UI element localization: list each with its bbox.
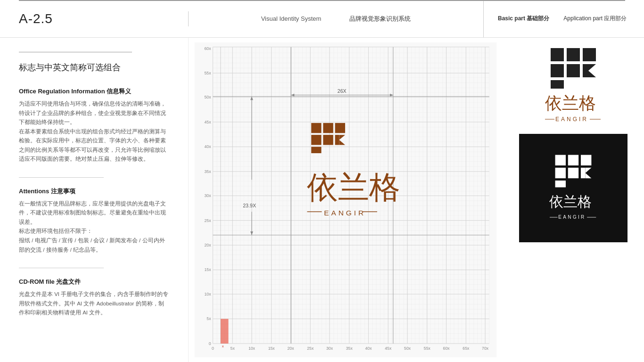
right-panel: 依兰格 EANGIR 依兰格 EANGIR <box>503 38 644 362</box>
svg-rect-232 <box>311 123 321 133</box>
svg-text:45x: 45x <box>204 120 211 124</box>
svg-text:60x: 60x <box>443 346 450 351</box>
attentions-title: Attentions 注意事项 <box>19 187 169 196</box>
svg-rect-17 <box>568 168 578 178</box>
info-block-attentions: Attentions 注意事项 在一般情况下使用品牌标志，应尽量使用提供的光盘电… <box>19 187 169 255</box>
svg-text:EANGIR: EANGIR <box>558 214 586 220</box>
cdrom-title: CD-ROM file 光盘文件 <box>19 278 169 286</box>
svg-marker-19 <box>586 168 592 173</box>
svg-marker-20 <box>586 173 592 178</box>
svg-rect-3 <box>551 64 564 77</box>
logo-text-cn-dark: 依兰格 <box>547 192 599 209</box>
svg-text:40x: 40x <box>365 346 372 351</box>
header-right: Basic part 基础部分 Application part 应用部分 <box>484 15 644 23</box>
svg-text:25x: 25x <box>204 218 211 223</box>
svg-rect-0 <box>551 48 564 61</box>
svg-rect-230 <box>221 319 229 343</box>
left-panel: 标志与中英文简称可选组合 Office Regulation Informati… <box>0 38 189 362</box>
info-block-cdrom: CD-ROM file 光盘文件 光盘文件是本 VI 手册电子文件的集合，内含手… <box>19 278 169 318</box>
logo-mark-light <box>550 47 597 90</box>
divider-2 <box>19 268 104 268</box>
page-number: A-2.5 <box>19 11 53 26</box>
svg-text:15x: 15x <box>268 346 275 351</box>
attentions-body: 在一般情况下使用品牌标志，应尽量使用提供的光盘电子文件，不建议使用标准制图绘制标… <box>19 199 169 255</box>
svg-text:依兰格: 依兰格 <box>307 170 400 205</box>
svg-text:50x: 50x <box>204 95 211 99</box>
svg-text:25x: 25x <box>307 346 314 351</box>
grid-svg: 0 5x 10x 15x 20x 25x 30x 35x 40x 45x 50x… <box>193 42 498 357</box>
svg-text:65x: 65x <box>462 346 470 351</box>
svg-rect-13 <box>555 155 566 165</box>
svg-text:55x: 55x <box>204 71 211 75</box>
section-heading: 标志与中英文简称可选组合 <box>19 62 169 73</box>
svg-text:50x: 50x <box>404 346 411 351</box>
section-divider-top <box>19 52 132 52</box>
svg-rect-16 <box>555 168 566 178</box>
svg-text:40x: 40x <box>204 144 211 149</box>
svg-text:30x: 30x <box>326 346 333 351</box>
svg-text:0: 0 <box>212 346 214 351</box>
svg-rect-21 <box>555 181 566 187</box>
logo-text-cn-light: 依兰格 <box>543 92 604 111</box>
svg-text:10x: 10x <box>204 292 211 296</box>
svg-text:35x: 35x <box>204 169 211 174</box>
svg-text:x: x <box>222 344 224 348</box>
svg-marker-6 <box>588 64 596 71</box>
regulation-title: Office Regulation Information 信息释义 <box>19 87 169 96</box>
svg-rect-237 <box>335 135 339 145</box>
svg-rect-14 <box>568 155 578 165</box>
header-left: A-2.5 <box>0 11 189 26</box>
svg-text:5x: 5x <box>206 316 211 321</box>
logo-text-en-dark: EANGIR <box>550 213 597 222</box>
svg-rect-8 <box>551 80 564 89</box>
svg-text:55x: 55x <box>424 346 431 351</box>
svg-text:26X: 26X <box>338 88 347 94</box>
header: A-2.5 Visual Identity System 品牌视觉形象识别系统 … <box>0 0 644 38</box>
nav-basic[interactable]: Basic part 基础部分 <box>498 15 549 23</box>
svg-rect-233 <box>323 123 333 133</box>
divider-1 <box>19 177 104 178</box>
svg-text:20x: 20x <box>287 346 294 351</box>
logo-mark-dark <box>554 154 592 188</box>
svg-rect-5 <box>583 64 588 77</box>
svg-text:60x: 60x <box>204 46 211 51</box>
svg-marker-7 <box>588 71 596 77</box>
svg-text:依兰格: 依兰格 <box>549 194 592 209</box>
info-block-regulation: Office Regulation Information 信息释义 为适应不同… <box>19 87 169 164</box>
header-top-line <box>19 0 625 1</box>
logo-text-en-light: EANGIR <box>545 114 602 124</box>
svg-rect-235 <box>311 135 321 145</box>
svg-text:5x: 5x <box>231 346 235 351</box>
logo-light: 依兰格 EANGIR <box>543 47 604 124</box>
logo-dark: 依兰格 EANGIR <box>519 134 627 242</box>
svg-rect-240 <box>311 147 321 153</box>
svg-rect-234 <box>335 123 345 133</box>
svg-text:15x: 15x <box>204 267 211 272</box>
header-center: Visual Identity System 品牌视觉形象识别系统 <box>189 0 484 37</box>
svg-text:EANGIR: EANGIR <box>324 209 366 217</box>
svg-text:23.9X: 23.9X <box>243 203 256 208</box>
svg-text:依兰格: 依兰格 <box>545 94 596 111</box>
svg-rect-1 <box>567 48 580 61</box>
header-title-en: Visual Identity System <box>261 15 322 22</box>
svg-text:35x: 35x <box>346 346 353 351</box>
svg-text:20x: 20x <box>204 243 211 247</box>
svg-text:EANGIR: EANGIR <box>555 116 588 123</box>
cdrom-body: 光盘文件是本 VI 手册电子文件的集合，内含手册制作时的专用软件格式文件。其中 … <box>19 290 169 318</box>
svg-rect-4 <box>567 64 580 77</box>
nav-application[interactable]: Application part 应用部分 <box>563 15 627 23</box>
svg-text:0: 0 <box>209 341 211 346</box>
main-grid-area: 0 5x 10x 15x 20x 25x 30x 35x 40x 45x 50x… <box>189 38 503 362</box>
svg-text:45x: 45x <box>385 346 392 351</box>
svg-rect-15 <box>581 155 591 165</box>
header-title-cn: 品牌视觉形象识别系统 <box>349 15 411 23</box>
svg-rect-2 <box>583 48 596 61</box>
svg-text:10x: 10x <box>248 346 256 351</box>
svg-rect-236 <box>323 135 333 145</box>
regulation-body: 为适应不同使用场合与环境，确保信息传达的清晰与准确，特设计了企业品牌的多种组合，… <box>19 99 169 164</box>
svg-text:70x: 70x <box>482 346 489 351</box>
svg-text:30x: 30x <box>204 193 211 198</box>
svg-rect-18 <box>581 168 586 178</box>
